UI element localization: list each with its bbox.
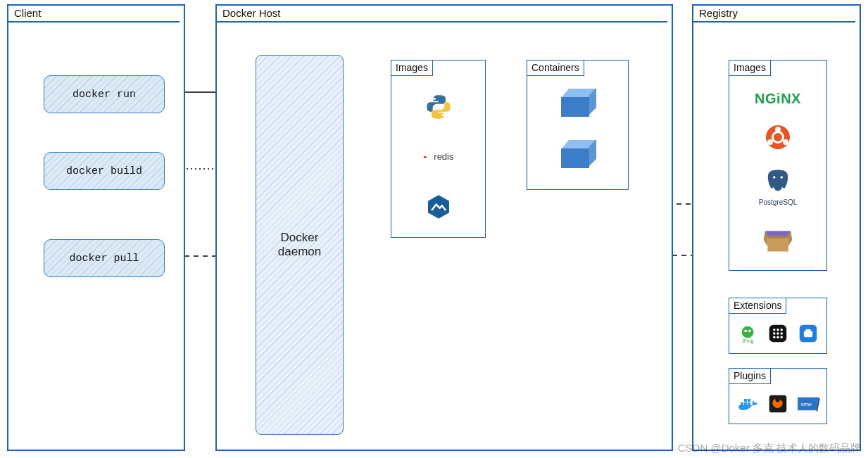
registry-extensions-title: Extensions xyxy=(729,298,786,314)
cmd-docker-pull: docker pull xyxy=(44,239,165,277)
jfrog-icon: JFrog xyxy=(736,322,760,345)
svg-point-21 xyxy=(744,329,747,332)
registry-extensions-body: JFrog xyxy=(729,314,826,353)
host-containers-title: Containers xyxy=(527,61,584,76)
client-panel: Client docker run docker build docker pu… xyxy=(7,4,185,451)
svg-rect-19 xyxy=(767,236,788,238)
host-title: Docker Host xyxy=(217,6,667,23)
registry-plugins-body: vmw xyxy=(729,384,826,424)
svg-rect-36 xyxy=(806,329,811,332)
app-grid-icon xyxy=(766,322,790,345)
host-containers-box: Containers xyxy=(527,60,629,190)
cmd-docker-build: docker build xyxy=(44,152,165,190)
cmd-run-label: docker run xyxy=(73,89,136,101)
svg-point-32 xyxy=(776,336,779,339)
box-package-icon xyxy=(762,224,793,255)
svg-marker-16 xyxy=(765,231,791,236)
svg-rect-39 xyxy=(748,402,750,405)
nginx-icon: NGiNX xyxy=(755,91,801,107)
svg-point-20 xyxy=(741,326,753,338)
container-icon xyxy=(561,146,595,171)
svg-rect-41 xyxy=(748,399,750,402)
svg-rect-37 xyxy=(741,402,743,405)
registry-images-body: NGiNX PostgreSQL xyxy=(729,76,826,270)
svg-point-8 xyxy=(433,97,435,99)
container-icon xyxy=(561,94,595,120)
svg-text:vmw: vmw xyxy=(801,401,812,407)
redis-icon: redis xyxy=(423,141,454,172)
svg-point-22 xyxy=(748,329,751,332)
svg-point-31 xyxy=(773,336,776,339)
host-images-body: redis xyxy=(391,76,485,237)
host-images-title: Images xyxy=(391,61,433,76)
postgresql-label: PostgreSQL xyxy=(759,198,797,206)
svg-rect-35 xyxy=(804,331,812,338)
docker-host-panel: Docker Host Docker daemon Images xyxy=(215,4,673,451)
host-images-box: Images redis xyxy=(391,60,486,238)
daemon-label: Docker daemon xyxy=(278,231,321,259)
host-containers-body xyxy=(527,76,628,189)
ubuntu-icon xyxy=(766,125,790,149)
cmd-docker-run: docker run xyxy=(44,75,165,113)
svg-rect-40 xyxy=(744,399,747,402)
svg-point-14 xyxy=(780,176,783,179)
svg-point-25 xyxy=(773,329,776,331)
registry-title: Registry xyxy=(693,6,855,23)
cmd-build-label: docker build xyxy=(66,165,142,177)
svg-point-28 xyxy=(773,332,776,335)
svg-rect-15 xyxy=(767,236,788,252)
svg-point-30 xyxy=(780,332,783,335)
svg-point-9 xyxy=(441,114,444,116)
svg-point-13 xyxy=(773,176,776,179)
registry-extensions-box: Extensions JFrog xyxy=(729,298,827,354)
registry-images-title: Images xyxy=(729,61,771,76)
python-icon xyxy=(423,91,454,122)
svg-rect-38 xyxy=(744,402,747,405)
svg-point-29 xyxy=(776,332,779,335)
docker-whale-icon xyxy=(736,392,760,416)
registry-plugins-title: Plugins xyxy=(729,369,771,384)
grafana-icon xyxy=(766,392,790,416)
svg-text:JFrog: JFrog xyxy=(741,338,753,344)
registry-images-box: Images NGiNX PostgreSQL xyxy=(729,60,827,271)
docker-daemon: Docker daemon xyxy=(256,55,344,435)
registry-panel: Registry Images NGiNX PostgreSQL xyxy=(692,4,861,451)
vmware-icon: vmw xyxy=(796,392,820,416)
registry-plugins-box: Plugins vmw xyxy=(729,368,827,424)
svg-point-26 xyxy=(776,329,779,331)
cmd-pull-label: docker pull xyxy=(69,253,139,265)
postgresql-icon: PostgreSQL xyxy=(759,167,797,206)
app-icon xyxy=(796,322,820,345)
svg-point-27 xyxy=(780,329,783,331)
alpine-hex-icon xyxy=(423,191,454,222)
svg-point-33 xyxy=(780,336,783,339)
client-title: Client xyxy=(8,6,180,23)
